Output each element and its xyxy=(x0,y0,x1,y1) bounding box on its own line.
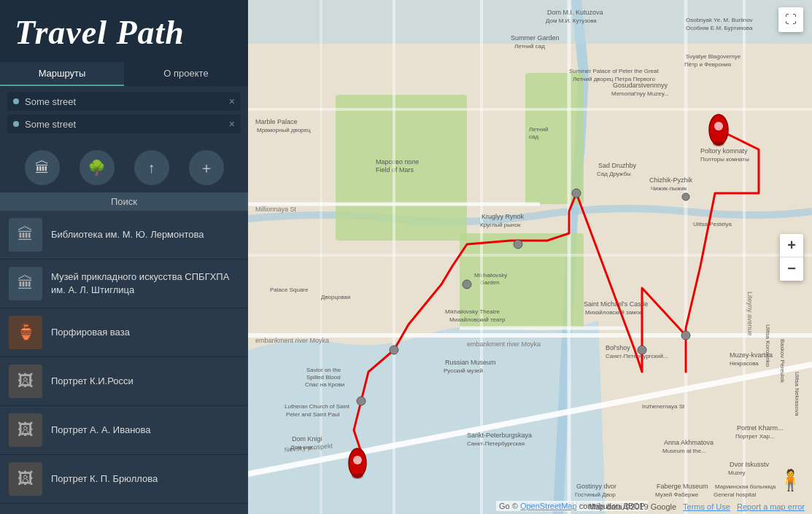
svg-text:Портрет Хар...: Портрет Хар... xyxy=(735,433,775,440)
svg-text:Летний сад: Летний сад xyxy=(514,43,545,50)
svg-text:Russian Museum: Russian Museum xyxy=(445,359,496,366)
poi-name: Портрет А. А. Иванова xyxy=(51,424,151,437)
poi-item[interactable]: 🖼Портрет К. П. Брюллова xyxy=(0,455,248,504)
poi-item[interactable]: 🏛Библиотека им. М. Ю. Лермонтова xyxy=(0,211,248,260)
svg-text:Полторы комнаты: Полторы комнаты xyxy=(700,156,749,163)
add-button[interactable]: ＋ xyxy=(189,150,224,185)
poi-item[interactable]: 🖼Портрет К.И.Росси xyxy=(0,357,248,406)
svg-text:Spilled Blood: Spilled Blood xyxy=(306,374,341,381)
svg-text:Summer Palace of Peter the Gre: Summer Palace of Peter the Great xyxy=(569,68,660,74)
svg-text:Faberge Museum: Faberge Museum xyxy=(657,483,708,490)
map-data-credit: Map data ©2019 Google xyxy=(589,502,676,511)
svg-text:Museum at the...: Museum at the... xyxy=(662,448,706,454)
street-close-2[interactable]: × xyxy=(229,118,235,130)
svg-text:embankment river Moyka: embankment river Moyka xyxy=(467,340,541,348)
svg-text:Sad Druzhby: Sad Druzhby xyxy=(598,162,637,169)
sidebar: Travel Path Маршруты О проекте Some stre… xyxy=(0,0,248,514)
monument-filter-button[interactable]: ↑ xyxy=(134,150,169,185)
svg-text:Muzey: Muzey xyxy=(728,470,746,476)
svg-text:Portret Kharm...: Portret Kharm... xyxy=(737,424,784,432)
poi-thumbnail: 🏛 xyxy=(9,267,42,300)
svg-text:Gosudarstvennnyy: Gosudarstvennnyy xyxy=(613,82,668,89)
svg-text:Osobnyak Ye. M. Burlinov: Osobnyak Ye. M. Burlinov xyxy=(686,17,753,23)
svg-text:Dom Knigi: Dom Knigi xyxy=(292,435,322,443)
svg-text:Baskov Pereulok: Baskov Pereulok xyxy=(779,339,786,383)
poi-item[interactable]: 🖼Портрет А. А. Иванова xyxy=(0,406,248,455)
street-field-1[interactable]: Some street × xyxy=(7,92,241,111)
museum-filter-button[interactable]: 🏛 xyxy=(25,150,60,185)
svg-text:Anna Akhmatova: Anna Akhmatova xyxy=(664,439,714,446)
sidebar-tabs: Маршруты О проекте xyxy=(0,62,248,86)
street-dot-1 xyxy=(13,98,19,104)
tab-about[interactable]: О проекте xyxy=(124,62,248,86)
svg-text:Poltory komnaty: Poltory komnaty xyxy=(700,147,748,155)
svg-text:Svyatye Blagovernye: Svyatye Blagovernye xyxy=(686,53,741,60)
poi-thumbnail: 🖼 xyxy=(9,462,42,496)
park-filter-button[interactable]: 🌳 xyxy=(80,150,115,185)
icon-bar: 🏛 🌳 ↑ ＋ xyxy=(0,143,248,192)
zoom-in-button[interactable]: + xyxy=(780,234,803,257)
svg-text:Savior on the: Savior on the xyxy=(306,367,341,373)
pegman-control[interactable]: 🧍 xyxy=(778,468,803,492)
svg-text:Kruglyy Rynok: Kruglyy Rynok xyxy=(482,213,525,220)
svg-text:Gostinyy dvor: Gostinyy dvor xyxy=(576,483,616,490)
street-dot-2 xyxy=(13,121,19,127)
svg-text:Гостиный Двор: Гостиный Двор xyxy=(575,491,616,498)
svg-text:Inzhenernaya St: Inzhenernaya St xyxy=(642,403,685,410)
svg-text:Санкт-Петербургская: Санкт-Петербургская xyxy=(467,440,525,447)
svg-text:Bol'shoy: Bol'shoy xyxy=(606,344,630,351)
svg-text:Saint Michael's Castle: Saint Michael's Castle xyxy=(584,300,648,308)
fullscreen-button[interactable]: ⛶ xyxy=(778,7,803,32)
svg-text:Чижик-пыжик: Чижик-пыжик xyxy=(651,185,687,192)
zoom-out-button[interactable]: − xyxy=(780,257,803,281)
svg-text:Ulitsa Korolenko: Ulitsa Korolenko xyxy=(765,324,771,367)
svg-text:Летний: Летний xyxy=(529,126,548,133)
poi-thumbnail: 🏺 xyxy=(9,316,42,349)
svg-text:Marble Palace: Marble Palace xyxy=(255,118,298,125)
map-error-area: Map data ©2019 Google Terms of Use Repor… xyxy=(589,502,805,511)
poi-name: Музей прикладного искусства СПБГХПА им. … xyxy=(51,270,239,297)
svg-text:Lutheran Church of Saint: Lutheran Church of Saint xyxy=(285,403,350,410)
terms-link[interactable]: Terms of Use xyxy=(683,502,730,511)
report-error-link[interactable]: Report a map error xyxy=(737,502,805,511)
svg-text:Пётр и Феврония: Пётр и Феврония xyxy=(684,61,731,68)
attribution-text: Go © xyxy=(499,502,520,510)
street-field-2[interactable]: Some street × xyxy=(7,114,241,133)
poi-name: Библиотека им. М. Ю. Лермонтова xyxy=(51,228,204,241)
svg-text:Liteyny avenue: Liteyny avenue xyxy=(746,292,754,336)
poi-name: Порфировая ваза xyxy=(51,326,130,339)
fullscreen-icon: ⛶ xyxy=(785,13,797,26)
svg-text:Mikhailovsky Theatre: Mikhailovsky Theatre xyxy=(445,308,500,315)
svg-text:Дворцовая: Дворцовая xyxy=(321,294,350,300)
poi-item[interactable]: 🏺Порфировая ваза xyxy=(0,308,248,357)
svg-text:Марсово поле: Марсово поле xyxy=(376,158,419,166)
svg-text:Мариинская больница: Мариинская больница xyxy=(715,483,776,490)
street-close-1[interactable]: × xyxy=(229,96,235,107)
svg-text:Сад Дружбы: Сад Дружбы xyxy=(597,171,631,177)
search-section-label: Поиск xyxy=(0,192,248,211)
tab-routes[interactable]: Маршруты xyxy=(0,62,124,86)
svg-text:Sankt-Peterburgskaya: Sankt-Peterburgskaya xyxy=(467,432,532,439)
svg-text:Некрасова: Некрасова xyxy=(730,360,759,367)
sidebar-header: Travel Path xyxy=(0,0,248,62)
poi-thumbnail: 🖼 xyxy=(9,413,42,447)
poi-name: Портрет К. П. Брюллова xyxy=(51,472,158,486)
svg-text:Ulitsa Pestelya: Ulitsa Pestelya xyxy=(693,221,732,227)
svg-text:Dvor Iskusstv: Dvor Iskusstv xyxy=(730,461,770,468)
svg-text:сад: сад xyxy=(529,133,538,140)
svg-text:Garden: Garden xyxy=(480,279,500,286)
svg-text:Мраморный дворец: Мраморный дворец xyxy=(257,127,311,133)
svg-text:Palace Square: Palace Square xyxy=(270,287,309,293)
svg-text:Музей Фаберже: Музей Фаберже xyxy=(655,491,699,498)
search-fields: Some street × Some street × xyxy=(0,86,248,143)
poi-thumbnail: 🖼 xyxy=(9,365,42,398)
zoom-controls: + − xyxy=(780,234,803,281)
svg-text:embankment river Moyka: embankment river Moyka xyxy=(255,337,329,344)
svg-text:Millionnaya St: Millionnaya St xyxy=(255,206,297,213)
poi-list: 🏛Библиотека им. М. Ю. Лермонтова🏛Музей п… xyxy=(0,211,248,514)
map-background: Марсово поле Field of Mars Летний сад Mi… xyxy=(248,0,812,514)
openstreetmap-link[interactable]: OpenStreetMap xyxy=(520,502,577,510)
svg-text:Дом кни...: Дом кни... xyxy=(290,444,317,451)
poi-item[interactable]: 🏛Музей прикладного искусства СПБГХПА им.… xyxy=(0,260,248,308)
svg-text:Круглый рынок: Круглый рынок xyxy=(480,222,521,228)
